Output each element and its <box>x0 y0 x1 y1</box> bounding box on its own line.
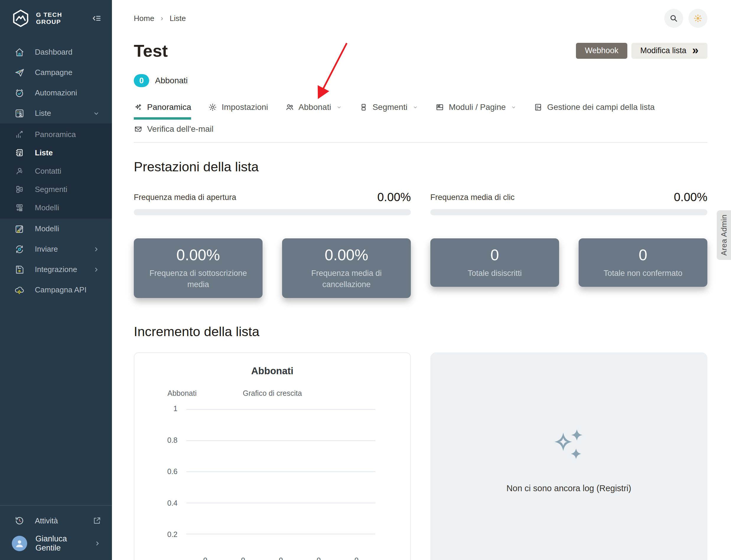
sidebar-item-integrazione[interactable]: Integrazione <box>0 259 112 280</box>
submenu-item-label: Liste <box>35 148 53 157</box>
sun-icon <box>693 14 703 23</box>
submenu-item-modelli[interactable]: Modelli <box>0 198 112 217</box>
tab-label: Gestione dei campi della lista <box>547 102 655 112</box>
cloud-gear-icon <box>14 285 25 295</box>
sidebar-bottom: Attività Gianluca Gentile <box>0 505 112 560</box>
metric-click-rate: Frequenza media di clic 0.00% <box>430 191 707 215</box>
growth-heading: Incremento della lista <box>134 324 707 339</box>
tab-moduli-pagine[interactable]: Moduli / Pagine <box>435 102 517 117</box>
sparkles-icon <box>550 426 588 465</box>
list-doc-icon <box>15 148 24 157</box>
chevron-down-icon <box>336 104 342 110</box>
stat-value: 0.00% <box>325 246 368 264</box>
segments-icon <box>15 185 24 194</box>
collapse-sidebar-icon[interactable] <box>91 13 102 24</box>
logs-empty-panel: Non ci sono ancora log (Registri) <box>430 352 707 560</box>
stat-label: Totale non confermato <box>603 268 682 279</box>
growth-chart-card: Abbonati Abbonati Grafico di crescita 10… <box>134 352 411 560</box>
y-tick-label: 0.8 <box>154 436 178 445</box>
sidebar-item-campagna-api[interactable]: Campagna API <box>0 280 112 300</box>
stat-card-total-unconfirmed: 0 Totale non confermato <box>579 238 707 287</box>
search-button[interactable] <box>664 9 683 28</box>
growth-chart-plot: 10.80.60.40.20 00000 05/202406/202407/20… <box>186 409 375 560</box>
stat-card-subscription-rate: 0.00% Frequenza di sottoscrizione media <box>134 238 263 298</box>
theme-toggle-button[interactable] <box>688 9 707 28</box>
gtech-logo-icon <box>11 9 30 28</box>
stacked-squares-icon <box>359 103 368 112</box>
tab-label: Verifica dell'e-mail <box>147 124 214 134</box>
double-chevron-icon: » <box>692 45 699 56</box>
breadcrumb-current: Liste <box>170 14 186 23</box>
home-icon <box>14 47 25 58</box>
user-menu[interactable]: Gianluca Gentile <box>0 531 112 556</box>
person-icon <box>15 166 24 176</box>
tab-panoramica[interactable]: Panoramica <box>134 102 191 120</box>
submenu-item-panoramica[interactable]: Panoramica <box>0 125 112 144</box>
submenu-item-segmenti[interactable]: Segmenti <box>0 180 112 198</box>
submenu-item-contatti[interactable]: Contatti <box>0 162 112 180</box>
stat-label: Frequenza media di cancellazione <box>290 268 403 290</box>
tabs-divider <box>134 142 707 143</box>
y-tick-label: 0.6 <box>154 467 178 476</box>
list-tabs: Panoramica Impostazioni Abbonati <box>134 102 707 120</box>
people-icon <box>285 103 294 112</box>
search-icon <box>669 14 678 23</box>
submenu-item-label: Segmenti <box>35 185 67 194</box>
tab-label: Abbonati <box>299 102 331 112</box>
progress-bar <box>134 209 411 215</box>
gear-icon <box>208 103 217 112</box>
external-link-icon[interactable] <box>92 516 101 525</box>
stat-label: Frequenza di sottoscrizione media <box>142 268 254 290</box>
tab-segmenti[interactable]: Segmenti <box>359 102 418 117</box>
sidebar-item-modelli[interactable]: Modelli <box>0 219 112 239</box>
area-admin-label: Area Admin <box>719 214 729 255</box>
y-axis-labels: 10.80.60.40.20 <box>154 404 178 560</box>
sidebar-item-label: Liste <box>35 109 82 118</box>
history-icon <box>14 515 25 526</box>
submenu-item-label: Panoramica <box>35 130 76 139</box>
tab-impostazioni[interactable]: Impostazioni <box>208 102 268 117</box>
sidebar-item-label: Campagne <box>35 68 100 77</box>
form-layout-icon <box>435 103 444 112</box>
sidebar-item-liste[interactable]: Liste <box>0 103 112 123</box>
edit-list-button[interactable]: Modifica lista » <box>631 43 707 59</box>
tab-gestione-campi[interactable]: Gestione dei campi della lista <box>534 102 655 117</box>
tab-verifica-email[interactable]: Verifica dell'e-mail <box>134 124 214 134</box>
sparkle-icon <box>134 103 143 112</box>
save-integration-icon <box>14 264 25 275</box>
data-point-label: 0 <box>186 556 224 560</box>
webhook-button[interactable]: Webhook <box>576 43 627 59</box>
stat-cards: 0.00% Frequenza di sottoscrizione media … <box>134 238 707 298</box>
sidebar-item-inviare[interactable]: Inviare <box>0 239 112 259</box>
sidebar-item-label: Automazioni <box>35 88 100 97</box>
y-tick-label: 0.4 <box>154 499 178 507</box>
sidebar: G TECH GROUP Dashboard Ca <box>0 0 112 560</box>
chart-growth-icon <box>15 130 24 139</box>
chart-legend-series: Abbonati <box>167 389 197 398</box>
edit-list-label: Modifica lista <box>640 46 686 55</box>
breadcrumb-home-link[interactable]: Home <box>134 14 154 23</box>
activity-log-link[interactable]: Attività <box>0 510 112 531</box>
main-content: Home › Liste Te <box>112 0 731 560</box>
tab-abbonati[interactable]: Abbonati <box>285 102 342 117</box>
brand-name: G TECH GROUP <box>36 11 85 25</box>
sidebar-item-campagne[interactable]: Campagne <box>0 62 112 83</box>
stat-card-total-unsubscribed: 0 Totale disiscritti <box>430 238 559 287</box>
performance-heading: Prestazioni della lista <box>134 159 707 175</box>
sidebar-item-dashboard[interactable]: Dashboard <box>0 42 112 62</box>
submenu-item-label: Contatti <box>35 167 61 176</box>
tab-label: Impostazioni <box>222 102 268 112</box>
chevron-down-icon <box>92 110 100 117</box>
subscriber-count-label: Abbonati <box>155 76 188 85</box>
chart-title: Abbonati <box>134 365 410 377</box>
activity-label: Attività <box>35 516 82 525</box>
chevron-right-icon <box>92 245 100 253</box>
performance-metrics: Frequenza media di apertura 0.00% Freque… <box>134 191 707 215</box>
submenu-item-liste[interactable]: Liste <box>0 144 112 162</box>
area-admin-tab[interactable]: Area Admin <box>717 210 731 260</box>
sidebar-item-label: Modelli <box>35 224 100 233</box>
sidebar-item-automazioni[interactable]: Automazioni <box>0 83 112 103</box>
email-check-icon <box>134 125 143 134</box>
tab-label: Panoramica <box>147 102 191 112</box>
page-title: Test <box>134 41 168 61</box>
